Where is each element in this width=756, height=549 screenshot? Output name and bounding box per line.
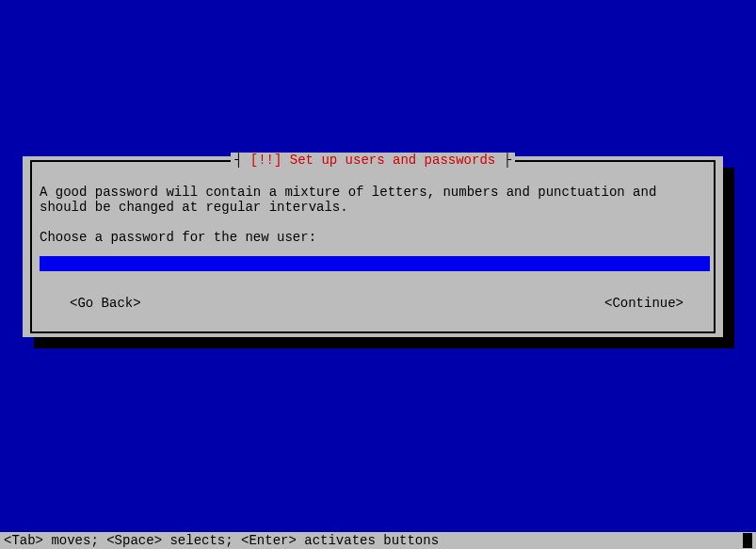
title-frame-left: ┤ — [234, 153, 250, 168]
dialog-content: A good password will contain a mixture o… — [32, 162, 714, 318]
dialog-title: ┤ [!!] Set up users and passwords ├ — [32, 153, 714, 168]
title-text — [281, 153, 289, 168]
password-input[interactable] — [40, 256, 710, 271]
title-label: Set up users and passwords — [290, 153, 495, 168]
password-dialog: ┤ [!!] Set up users and passwords ├ A go… — [23, 156, 723, 337]
password-prompt: Choose a password for the new user: — [40, 230, 706, 245]
continue-button[interactable]: <Continue> — [604, 296, 684, 311]
password-help-text: A good password will contain a mixture o… — [40, 185, 706, 215]
status-cursor — [743, 533, 752, 548]
title-importance-mark: [!!] — [250, 153, 282, 168]
go-back-button[interactable]: <Go Back> — [70, 296, 141, 311]
title-frame-right: ├ — [495, 153, 511, 168]
status-bar: <Tab> moves; <Space> selects; <Enter> ac… — [0, 532, 756, 549]
status-text: <Tab> moves; <Space> selects; <Enter> ac… — [4, 533, 439, 548]
button-row: <Go Back> <Continue> — [40, 296, 706, 311]
dialog-border: ┤ [!!] Set up users and passwords ├ A go… — [30, 160, 716, 333]
